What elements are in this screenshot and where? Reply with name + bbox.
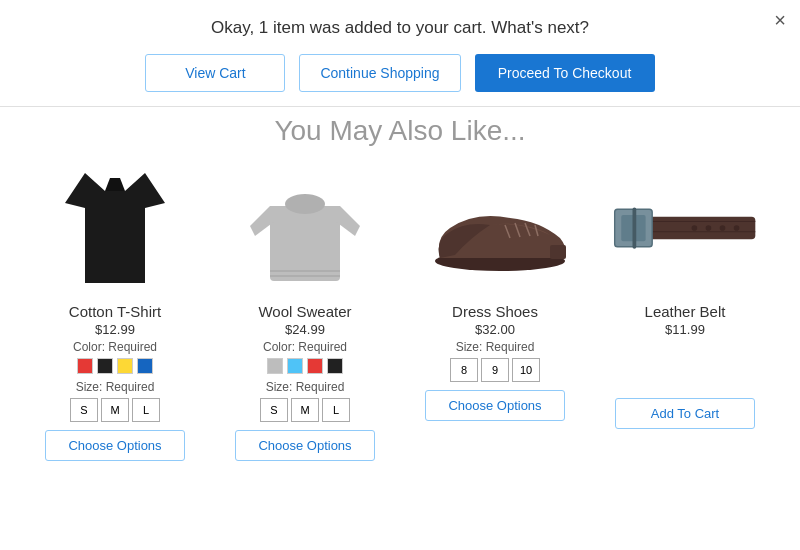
size-m-tshirt[interactable]: M [101,398,129,422]
product-card-wool-sweater: Wool Sweater $24.99 Color: Required Size… [210,163,400,471]
size-s-sweater[interactable]: S [260,398,288,422]
product-name-sweater: Wool Sweater [258,303,351,320]
product-size-label-tshirt: Size: Required [76,380,155,394]
view-cart-button[interactable]: View Cart [145,54,285,92]
svg-point-5 [285,194,325,214]
svg-marker-1 [105,178,125,191]
product-card-leather-belt: Leather Belt $11.99 Add To Cart [590,163,780,471]
svg-rect-19 [633,207,637,248]
continue-shopping-button[interactable]: Continue Shopping [299,54,460,92]
color-swatch-red[interactable] [307,358,323,374]
color-swatches-tshirt [77,358,153,374]
svg-point-21 [706,225,712,231]
product-image-sweater [230,163,380,293]
color-swatch-blue[interactable] [137,358,153,374]
color-swatch-red[interactable] [77,358,93,374]
divider [0,106,800,107]
size-10-shoes[interactable]: 10 [512,358,540,382]
color-swatch-black[interactable] [97,358,113,374]
size-options-tshirt: S M L [70,398,160,422]
choose-options-tshirt[interactable]: Choose Options [45,430,185,461]
size-l-sweater[interactable]: L [322,398,350,422]
color-swatch-yellow[interactable] [117,358,133,374]
product-color-label-tshirt: Color: Required [73,340,157,354]
size-l-tshirt[interactable]: L [132,398,160,422]
cart-notification-message: Okay, 1 item was added to your cart. Wha… [0,0,800,48]
color-swatch-black[interactable] [327,358,343,374]
size-8-shoes[interactable]: 8 [450,358,478,382]
svg-point-22 [720,225,726,231]
product-name-belt: Leather Belt [645,303,726,320]
product-price-belt: $11.99 [665,322,705,337]
add-to-cart-belt[interactable]: Add To Cart [615,398,755,429]
choose-options-shoes[interactable]: Choose Options [425,390,565,421]
product-image-belt [610,163,760,293]
product-image-tshirt [40,163,190,293]
product-size-label-shoes: Size: Required [456,340,535,354]
product-name-shoes: Dress Shoes [452,303,538,320]
svg-point-20 [692,225,698,231]
color-swatch-lightblue[interactable] [287,358,303,374]
svg-rect-2 [270,206,340,281]
svg-point-23 [734,225,740,231]
size-m-sweater[interactable]: M [291,398,319,422]
color-swatches-sweater [267,358,343,374]
size-s-tshirt[interactable]: S [70,398,98,422]
svg-rect-13 [550,245,566,259]
action-buttons-row: View Cart Continue Shopping Proceed To C… [0,48,800,106]
product-name-tshirt: Cotton T-Shirt [69,303,161,320]
color-swatch-gray[interactable] [267,358,283,374]
product-price-shoes: $32.00 [475,322,515,337]
close-button[interactable]: × [774,10,786,30]
product-color-label-sweater: Color: Required [263,340,347,354]
product-size-label-sweater: Size: Required [266,380,345,394]
product-price-tshirt: $12.99 [95,322,135,337]
proceed-checkout-button[interactable]: Proceed To Checkout [475,54,655,92]
size-9-shoes[interactable]: 9 [481,358,509,382]
products-grid: Cotton T-Shirt $12.99 Color: Required Si… [0,163,800,471]
product-card-cotton-tshirt: Cotton T-Shirt $12.99 Color: Required Si… [20,163,210,471]
choose-options-sweater[interactable]: Choose Options [235,430,375,461]
size-options-sweater: S M L [260,398,350,422]
product-card-dress-shoes: Dress Shoes $32.00 Size: Required 8 9 10… [400,163,590,471]
size-options-shoes: 8 9 10 [450,358,540,382]
product-price-sweater: $24.99 [285,322,325,337]
product-image-shoes [420,163,570,293]
recommendations-title: You May Also Like... [0,115,800,147]
